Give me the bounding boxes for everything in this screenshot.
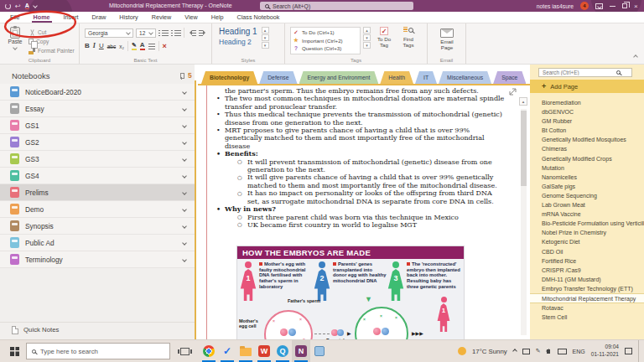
onenote-icon[interactable]: N xyxy=(292,340,310,362)
account-name[interactable]: notes ias4sure xyxy=(537,3,574,9)
page-item[interactable]: Nanomicelles xyxy=(530,173,644,182)
bullet-list-icon[interactable] xyxy=(162,30,169,36)
page-item[interactable]: Fortified Rice xyxy=(530,256,644,266)
note-paragraph[interactable]: the partner's sperm. Thus the embryo rem… xyxy=(225,87,505,95)
delete-icon[interactable]: × xyxy=(163,42,167,50)
increase-indent-button[interactable] xyxy=(199,30,208,36)
expand-page-icon[interactable] xyxy=(509,88,517,96)
ribbon-tab[interactable]: Draw xyxy=(86,12,113,23)
collapse-ribbon-icon[interactable] xyxy=(633,54,638,59)
underline-button[interactable]: U xyxy=(99,43,104,49)
weather-text[interactable]: 17°C Sunny xyxy=(472,348,507,355)
notebook-item[interactable]: Terminology xyxy=(0,251,195,268)
language-indicator[interactable]: ENG xyxy=(573,349,585,354)
checkmark-app-icon[interactable]: ✓ xyxy=(218,340,236,362)
page-item[interactable]: Genome Sequencing xyxy=(530,191,644,200)
chevron-down-icon[interactable] xyxy=(182,90,187,95)
keyboard-tray-icon[interactable] xyxy=(558,349,567,354)
note-paragraph[interactable]: UK became first country in world to lega… xyxy=(236,221,505,229)
page-item[interactable]: Stem Cell xyxy=(530,313,644,322)
page-item[interactable]: Bio-Pesticide Formulation using Verticil… xyxy=(530,219,644,228)
notebook-item[interactable]: GS3 xyxy=(0,151,195,168)
quick-notes-button[interactable]: Quick Notes xyxy=(0,322,195,337)
action-center-icon[interactable] xyxy=(625,348,632,354)
taskbar-search[interactable]: Type here to search xyxy=(26,343,170,359)
page-item[interactable]: dbGENVOC xyxy=(530,107,644,116)
note-paragraph[interactable]: It will give parents chance of having a … xyxy=(236,173,505,189)
page-item[interactable]: Lab Grown Meat xyxy=(530,200,644,209)
page-item[interactable]: Bioremediation xyxy=(530,98,644,107)
tag-option[interactable]: ? Question (Ctrl+3) xyxy=(293,44,358,53)
font-size-select[interactable]: 12 xyxy=(136,28,156,38)
ribbon-tab[interactable]: File xyxy=(3,12,27,23)
page-canvas[interactable]: the partner's sperm. Thus the embryo rem… xyxy=(198,85,530,339)
decrease-indent-button[interactable] xyxy=(187,30,196,36)
copy-button[interactable]: Copy xyxy=(29,37,75,46)
align-icon[interactable] xyxy=(148,44,155,49)
cut-button[interactable]: Cut xyxy=(29,28,75,37)
chevron-down-icon[interactable] xyxy=(182,123,187,128)
style-option[interactable]: Heading 2 xyxy=(219,37,257,47)
notebook-item[interactable]: Public Ad xyxy=(0,235,195,251)
ribbon-tab[interactable]: Insert xyxy=(57,12,86,23)
page-item[interactable]: Nobel Prize in Chemistry xyxy=(530,228,644,237)
page-item[interactable]: Genetically Modified Mosquitoes xyxy=(530,135,644,144)
file-explorer-icon[interactable] xyxy=(236,340,255,362)
page-item[interactable]: Chimeras xyxy=(530,144,644,153)
section-tab[interactable]: Miscellaneous xyxy=(439,71,491,84)
chevron-down-icon[interactable] xyxy=(182,157,187,162)
start-button-icon[interactable] xyxy=(10,347,19,356)
email-page-button[interactable]: Email Page xyxy=(436,28,458,50)
note-paragraph[interactable]: It will prevent transmission of mitochon… xyxy=(236,158,505,174)
page-item[interactable]: Mutation xyxy=(530,163,644,173)
style-option[interactable]: Heading 1 xyxy=(219,27,257,37)
section-tab[interactable]: Defense xyxy=(259,71,297,84)
chevron-down-icon[interactable] xyxy=(182,257,187,262)
undo-icon[interactable]: ↩ xyxy=(15,3,21,9)
note-paragraph[interactable]: First three parent child was born via th… xyxy=(236,214,505,221)
note-paragraph[interactable]: The two most common techniques in mitoch… xyxy=(214,95,505,111)
note-paragraph[interactable]: It has no impact on personality or looks… xyxy=(236,189,505,205)
note-paragraph[interactable]: Why in news? xyxy=(214,205,505,213)
numbered-list-icon[interactable] xyxy=(174,30,181,36)
avatar[interactable]: 4 xyxy=(580,2,589,10)
chrome-icon[interactable] xyxy=(200,340,218,362)
tag-option[interactable]: ★ Important (Ctrl+2) xyxy=(293,37,358,45)
page-item[interactable]: CBD Oil xyxy=(530,247,644,256)
task-view-icon[interactable] xyxy=(180,348,190,355)
notebook-item[interactable]: GS1 xyxy=(0,117,195,134)
ribbon-tab[interactable]: Class Notebook xyxy=(231,12,287,23)
scroll-up-icon[interactable]: ▴ xyxy=(519,97,527,106)
todo-tag-button[interactable]: ✓ To Do Tag xyxy=(373,27,395,54)
chevron-down-icon[interactable] xyxy=(182,240,187,246)
tags-scroll[interactable]: ▴ ▾ ▾ xyxy=(363,27,371,54)
font-color-icon[interactable]: A xyxy=(25,3,29,9)
section-tab[interactable]: Health xyxy=(380,71,413,84)
scrollbar-thumb[interactable] xyxy=(521,111,527,186)
highlight-button[interactable]: ✎ xyxy=(132,42,137,50)
note-paragraph[interactable]: Thus this medical technique prevents the… xyxy=(214,111,505,127)
chevron-down-icon[interactable] xyxy=(182,207,187,212)
pane-divider[interactable] xyxy=(195,80,196,339)
find-tags-button[interactable]: Find Tags xyxy=(397,27,419,54)
ribbon-tab[interactable]: View xyxy=(178,12,204,23)
strikethrough-button[interactable]: abc xyxy=(107,44,116,49)
page-item[interactable]: CRISPR /Cas9 xyxy=(530,266,644,275)
chevron-down-icon[interactable] xyxy=(182,224,187,229)
pages-search-input[interactable] xyxy=(539,70,615,75)
notebook-item[interactable]: GS2 xyxy=(0,134,195,151)
page-item[interactable]: Embryo Transfer Technology (ETT) xyxy=(530,284,644,293)
ribbon-tab[interactable]: Review xyxy=(145,12,179,23)
page-item[interactable]: Rotavac xyxy=(530,303,644,313)
page-item[interactable]: GM Rubber xyxy=(530,116,644,126)
embryo-infographic-image[interactable]: HOW THE EMBRYOS ARE MADE 1 Mother's egg … xyxy=(237,246,464,340)
styles-scroll[interactable]: ▴ ▾ ▾ xyxy=(262,27,269,49)
subscript-button[interactable]: x₂ xyxy=(119,44,124,49)
pin-icon[interactable] xyxy=(178,73,184,80)
page-item[interactable]: mRNA Vaccine xyxy=(530,209,644,219)
tag-option[interactable]: ✓ To Do (Ctrl+1) xyxy=(293,28,358,37)
notebook-item[interactable]: Synopsis xyxy=(0,218,195,235)
pages-search[interactable] xyxy=(538,68,632,77)
chevron-down-icon[interactable] xyxy=(182,106,187,111)
ribbon-tab[interactable]: Home xyxy=(27,12,57,23)
